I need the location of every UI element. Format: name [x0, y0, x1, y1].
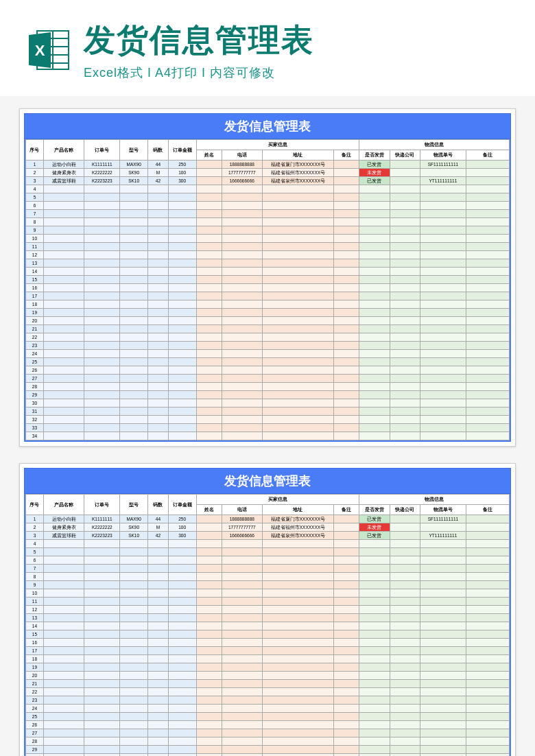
- cell-note1: [333, 737, 359, 746]
- cell-note2: [466, 705, 509, 713]
- cell-amount: [168, 391, 196, 399]
- cell-amount: [168, 606, 196, 614]
- cell-phone: [222, 193, 262, 202]
- cell-shipped: [359, 259, 390, 268]
- cell-idx: 28: [26, 383, 44, 391]
- cell-qty: [148, 309, 169, 317]
- cell-name: [196, 729, 222, 737]
- cell-name: [196, 300, 222, 309]
- cell-idx: 17: [26, 292, 44, 300]
- cell-product: [43, 688, 84, 696]
- cell-amount: [168, 210, 196, 218]
- cell-shipped: [359, 276, 390, 284]
- cell-note1: [333, 243, 359, 251]
- cell-model: MAX90: [120, 515, 148, 523]
- cell-phone: [222, 350, 262, 358]
- col-buyer-group: 买家信息: [196, 140, 359, 150]
- cell-product: [43, 696, 84, 705]
- cell-idx: 33: [26, 424, 44, 432]
- cell-model: [120, 647, 148, 655]
- cell-amount: [168, 663, 196, 672]
- cell-qty: [148, 432, 169, 440]
- cell-note2: [466, 515, 509, 523]
- cell-product: [43, 268, 84, 276]
- cell-idx: 16: [26, 639, 44, 647]
- cell-product: [43, 556, 84, 565]
- cell-model: [120, 309, 148, 317]
- cell-product: [43, 325, 84, 333]
- cell-phone: [222, 581, 262, 589]
- cell-note2: [466, 565, 509, 573]
- cell-address: [263, 729, 334, 737]
- cell-idx: 14: [26, 622, 44, 630]
- cell-amount: [168, 614, 196, 622]
- table-row: 23: [26, 696, 510, 705]
- cell-idx: 8: [26, 573, 44, 581]
- cell-order: [84, 729, 120, 737]
- cell-phone: [222, 317, 262, 325]
- cell-note1: [333, 185, 359, 193]
- cell-note1: [333, 598, 359, 606]
- cell-idx: 7: [26, 210, 44, 218]
- cell-qty: [148, 284, 169, 292]
- cell-address: [263, 259, 334, 268]
- cell-express: [390, 606, 420, 614]
- cell-tracking: [420, 721, 466, 729]
- cell-tracking: [420, 243, 466, 251]
- cell-phone: 17777777777: [222, 523, 262, 532]
- cell-model: [120, 317, 148, 325]
- cell-idx: 23: [26, 342, 44, 350]
- cell-shipped: [359, 606, 390, 614]
- cell-product: [43, 746, 84, 754]
- cell-amount: [168, 259, 196, 268]
- cell-idx: 19: [26, 663, 44, 672]
- table-row: 19: [26, 663, 510, 672]
- cell-address: [263, 309, 334, 317]
- cell-address: [263, 383, 334, 391]
- cell-shipped: [359, 235, 390, 243]
- cell-note1: [333, 259, 359, 268]
- cell-name: [196, 737, 222, 746]
- cell-note2: [466, 268, 509, 276]
- col-address: 地址: [263, 505, 334, 515]
- cell-note1: [333, 407, 359, 416]
- cell-qty: [148, 606, 169, 614]
- cell-phone: [222, 333, 262, 342]
- cell-model: [120, 366, 148, 375]
- cell-note1: [333, 713, 359, 721]
- sheet-title: 发货信息管理表: [24, 113, 511, 139]
- cell-phone: [222, 358, 262, 366]
- table-row: 5: [26, 193, 510, 202]
- table-row: 7: [26, 210, 510, 218]
- cell-model: [120, 375, 148, 383]
- cell-qty: [148, 598, 169, 606]
- cell-address: [263, 193, 334, 202]
- cell-note2: [466, 737, 509, 746]
- cell-tracking: [420, 350, 466, 358]
- cell-note1: [333, 746, 359, 754]
- cell-note2: [466, 606, 509, 614]
- cell-shipped: [359, 218, 390, 226]
- banner-subtitle: Excel格式 I A4打印 I 内容可修改: [84, 64, 508, 81]
- col-shipped: 是否发货: [359, 150, 390, 161]
- cell-phone: [222, 655, 262, 663]
- cell-phone: [222, 300, 262, 309]
- cell-address: [263, 300, 334, 309]
- cell-product: [43, 210, 84, 218]
- cell-product: [43, 416, 84, 424]
- excel-icon: X: [27, 28, 71, 72]
- cell-model: [120, 358, 148, 366]
- cell-order: [84, 325, 120, 333]
- cell-model: [120, 243, 148, 251]
- cell-tracking: [420, 565, 466, 573]
- cell-shipped: [359, 663, 390, 672]
- cell-phone: [222, 432, 262, 440]
- cell-qty: [148, 573, 169, 581]
- cell-model: [120, 663, 148, 672]
- cell-qty: [148, 333, 169, 342]
- cell-order: [84, 210, 120, 218]
- table-row: 1运动小白鞋K1111111MAX90442501888888888福建省厦门市…: [26, 515, 510, 523]
- page-stack: 发货信息管理表序号产品名称订单号型号码数订单金额买家信息物流信息姓名电话地址备注…: [0, 96, 535, 756]
- cell-note2: [466, 366, 509, 375]
- cell-note1: [333, 630, 359, 639]
